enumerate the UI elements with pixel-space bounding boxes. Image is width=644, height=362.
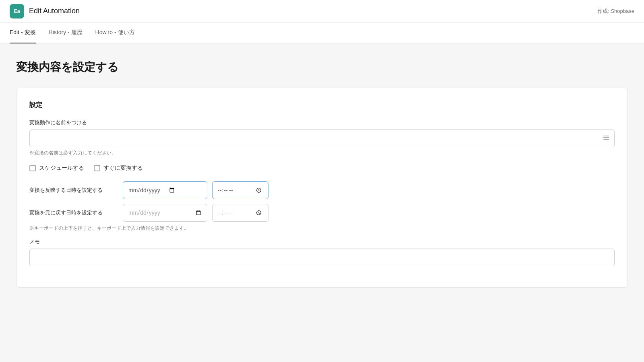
schedule-checkbox-item[interactable]: スケジュールする <box>29 165 84 172</box>
page-title: 変換内容を設定する <box>16 60 628 75</box>
app-header: Ea Edit Automation 作成: Shopbase <box>0 0 644 23</box>
memo-label: メモ <box>29 238 615 245</box>
start-datetime-row: 変換を反映する日時を設定する <box>29 181 615 199</box>
tabs-bar: Edit - 変換 History - 履歴 How to - 使い方 <box>0 23 644 43</box>
end-datetime-row: 変換を元に戻す日時を設定する <box>29 204 615 222</box>
name-label: 変換動作に名前をつける <box>29 119 615 126</box>
end-time-input[interactable] <box>212 204 268 222</box>
tab-howto[interactable]: How to - 使い方 <box>95 23 135 43</box>
app-logo: Ea <box>10 4 24 19</box>
start-time-container <box>212 181 268 199</box>
immediate-label: すぐに変換する <box>103 165 143 172</box>
keyboard-hint: ※キーボードの上下を押すと、キーボード上で入力情報を設定できます。 <box>29 225 615 232</box>
end-datetime-label: 変換を元に戻す日時を設定する <box>29 209 118 216</box>
name-hint: ※変換の名前は必ず入力してください。 <box>29 150 615 156</box>
immediate-checkbox[interactable] <box>94 165 100 171</box>
app-title: Edit Automation <box>29 7 80 15</box>
header-credit: 作成: Shopbase <box>597 8 634 15</box>
end-time-container <box>212 204 268 222</box>
schedule-checkbox[interactable] <box>29 165 36 171</box>
logo-text: Ea <box>14 8 20 14</box>
settings-card: 設定 変換動作に名前をつける ※変換の名前は必ず入力してください。 ス <box>16 88 628 288</box>
section-title: 設定 <box>29 101 615 109</box>
memo-form-group: メモ <box>29 238 615 266</box>
end-date-container <box>123 204 207 222</box>
main-content: 変換内容を設定する 設定 変換動作に名前をつける ※変換の名前は必ず入力してくだ… <box>0 43 644 304</box>
start-time-input[interactable] <box>212 181 268 199</box>
name-input-wrapper <box>29 130 615 147</box>
name-input[interactable] <box>29 130 615 147</box>
checkbox-row: スケジュールする すぐに変換する <box>29 165 615 172</box>
schedule-label: スケジュールする <box>39 165 84 172</box>
tab-history[interactable]: History - 履歴 <box>49 23 83 43</box>
memo-input[interactable] <box>29 249 615 266</box>
tab-edit[interactable]: Edit - 変換 <box>10 23 36 43</box>
start-datetime-label: 変換を反映する日時を設定する <box>29 187 118 194</box>
end-date-input[interactable] <box>123 204 207 222</box>
name-form-group: 変換動作に名前をつける ※変換の名前は必ず入力してください。 <box>29 119 615 156</box>
start-date-input[interactable] <box>123 181 207 199</box>
immediate-checkbox-item[interactable]: すぐに変換する <box>94 165 143 172</box>
header-left: Ea Edit Automation <box>10 4 80 19</box>
start-date-container <box>123 181 207 199</box>
